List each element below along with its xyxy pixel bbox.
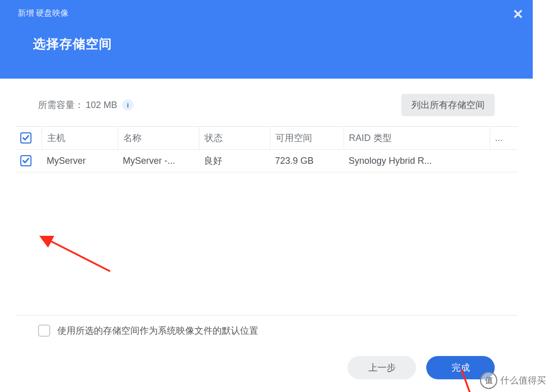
column-header-name[interactable]: 名称: [118, 127, 199, 150]
watermark-badge-icon: 值: [480, 372, 497, 389]
cell-raid-type: Synology Hybrid R...: [344, 150, 518, 172]
cell-name: MyServer -...: [118, 150, 199, 172]
required-capacity: 所需容量： 102 MB i: [38, 99, 133, 111]
dialog-title: 选择存储空间: [33, 35, 515, 52]
storage-table: 主机 名称 状态 可用空间 RAID 类型 ...: [15, 126, 518, 172]
column-header-host[interactable]: 主机: [42, 127, 118, 150]
capacity-value: 102 MB: [86, 100, 117, 111]
column-header-checkbox[interactable]: [15, 127, 42, 150]
cell-status: 良好: [199, 150, 270, 172]
column-header-status[interactable]: 状态: [199, 127, 270, 150]
dialog-header: 新增 硬盘映像 选择存储空间 ✕: [0, 0, 533, 79]
capacity-label: 所需容量：: [38, 99, 84, 111]
table-header-row: 主机 名称 状态 可用空间 RAID 类型 ...: [15, 127, 518, 150]
watermark: 值 什么值得买: [480, 372, 546, 389]
close-icon[interactable]: ✕: [512, 8, 524, 21]
watermark-text: 什么值得买: [500, 374, 546, 386]
cell-free-space: 723.9 GB: [270, 150, 344, 172]
dialog-body: 所需容量： 102 MB i 列出所有存储空间 主机 名称: [0, 79, 533, 392]
check-icon: [22, 134, 29, 141]
table-row[interactable]: MyServer MyServer -... 良好 723.9 GB Synol…: [15, 150, 518, 172]
check-icon: [22, 157, 29, 164]
row-checkbox[interactable]: [20, 155, 31, 166]
list-all-storage-button[interactable]: 列出所有存储空间: [401, 94, 495, 116]
dialog-select-storage: 新增 硬盘映像 选择存储空间 ✕ 所需容量： 102 MB i 列出所有存储空间: [0, 0, 533, 392]
cell-host: MyServer: [42, 150, 118, 172]
column-header-raid[interactable]: RAID 类型: [344, 127, 490, 150]
column-header-free-space[interactable]: 可用空间: [270, 127, 344, 150]
default-location-checkbox[interactable]: [38, 325, 50, 337]
prev-button[interactable]: 上一步: [348, 356, 416, 379]
breadcrumb: 新增 硬盘映像: [18, 8, 68, 19]
default-location-row: 使用所选的存储空间作为系统映像文件的默认位置: [15, 315, 518, 346]
info-icon[interactable]: i: [122, 99, 133, 111]
dialog-footer: 上一步 完成: [15, 346, 518, 392]
default-location-label: 使用所选的存储空间作为系统映像文件的默认位置: [57, 325, 258, 337]
column-header-more[interactable]: ...: [490, 127, 518, 150]
capacity-row: 所需容量： 102 MB i 列出所有存储空间: [15, 94, 518, 126]
spacer: [15, 172, 518, 315]
select-all-checkbox[interactable]: [20, 132, 31, 144]
